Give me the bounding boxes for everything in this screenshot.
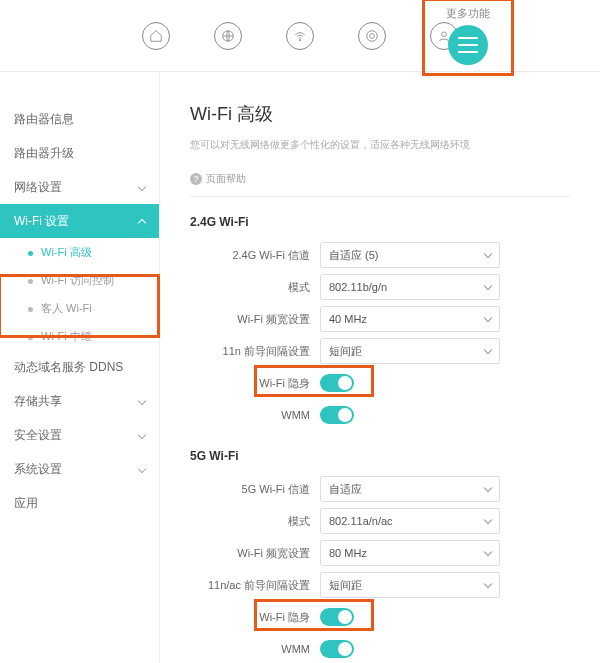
chevron-down-icon <box>484 515 492 523</box>
select-value: 短间距 <box>329 578 362 593</box>
toggle-knob <box>338 376 352 390</box>
sidebar-item-label: 系统设置 <box>14 452 62 486</box>
select-24g-bw[interactable]: 40 MHz <box>320 306 500 332</box>
select-24g-channel[interactable]: 自适应 (5) <box>320 242 500 268</box>
sidebar-item-network-settings[interactable]: 网络设置 <box>14 170 159 204</box>
select-value: 自适应 (5) <box>329 248 379 263</box>
sidebar-item-label: 路由器升级 <box>14 136 74 170</box>
sidebar-item-label: Wi-Fi 设置 <box>14 204 69 238</box>
bullet-icon <box>28 335 33 340</box>
bullet-icon <box>28 279 33 284</box>
row-5g-roaming: Wi-Fi 隐身 <box>190 601 570 633</box>
page-subtitle: 您可以对无线网络做更多个性化的设置，适应各种无线网络环境 <box>190 138 570 152</box>
chevron-down-icon <box>138 183 146 191</box>
main-panel: Wi-Fi 高级 您可以对无线网络做更多个性化的设置，适应各种无线网络环境 ? … <box>160 72 600 663</box>
label-5g-mode: 模式 <box>190 514 320 529</box>
toggle-24g-wmm[interactable] <box>320 406 354 424</box>
select-value: 80 MHz <box>329 547 367 559</box>
label-24g-channel: 2.4G Wi-Fi 信道 <box>190 248 320 263</box>
home-icon <box>149 29 163 43</box>
svg-point-2 <box>367 30 378 41</box>
nav-more-button[interactable] <box>448 25 488 65</box>
chevron-down-icon <box>484 547 492 555</box>
sidebar-item-guest-wifi[interactable]: 客人 Wi-Fi <box>14 294 159 322</box>
svg-point-3 <box>370 33 375 38</box>
sidebar-item-label: 客人 Wi-Fi <box>41 302 92 314</box>
toggle-knob <box>338 642 352 656</box>
nav-more-wrap: 更多功能 <box>428 0 508 71</box>
toggle-5g-wmm[interactable] <box>320 640 354 658</box>
select-5g-gi[interactable]: 短间距 <box>320 572 500 598</box>
sidebar-item-label: 路由器信息 <box>14 102 74 136</box>
sidebar-item-wifi-advanced[interactable]: Wi-Fi 高级 <box>14 238 159 266</box>
nav-home[interactable] <box>142 22 170 50</box>
select-5g-mode[interactable]: 802.11a/n/ac <box>320 508 500 534</box>
label-5g-gi: 11n/ac 前导间隔设置 <box>190 578 320 593</box>
select-value: 802.11b/g/n <box>329 281 387 293</box>
chevron-up-icon <box>138 218 146 226</box>
hamburger-line <box>458 44 478 46</box>
label-5g-bw: Wi-Fi 频宽设置 <box>190 546 320 561</box>
select-5g-channel[interactable]: 自适应 <box>320 476 500 502</box>
sidebar-item-ddns[interactable]: 动态域名服务 DDNS <box>14 350 159 384</box>
sidebar-item-label: 安全设置 <box>14 418 62 452</box>
page-title: Wi-Fi 高级 <box>190 102 570 126</box>
label-24g-roaming: Wi-Fi 隐身 <box>190 376 320 391</box>
chevron-down-icon <box>138 465 146 473</box>
sidebar-item-security[interactable]: 安全设置 <box>14 418 159 452</box>
chevron-down-icon <box>484 579 492 587</box>
sidebar-item-app[interactable]: 应用 <box>14 486 159 520</box>
sidebar-item-wifi-access-control[interactable]: Wi-Fi 访问控制 <box>14 266 159 294</box>
label-24g-bw: Wi-Fi 频宽设置 <box>190 312 320 327</box>
select-value: 40 MHz <box>329 313 367 325</box>
row-24g-roaming: Wi-Fi 隐身 <box>190 367 570 399</box>
globe-icon <box>221 29 235 43</box>
top-nav: 更多功能 <box>0 0 600 72</box>
bullet-icon <box>28 307 33 312</box>
label-5g-roaming: Wi-Fi 隐身 <box>190 610 320 625</box>
sidebar: 路由器信息 路由器升级 网络设置 Wi-Fi 设置 Wi-Fi 高级 Wi-Fi… <box>0 72 160 663</box>
sidebar-item-system[interactable]: 系统设置 <box>14 452 159 486</box>
hamburger-line <box>458 51 478 53</box>
help-label: 页面帮助 <box>206 172 246 186</box>
page-help-link[interactable]: ? 页面帮助 <box>190 172 570 197</box>
section-title-24g: 2.4G Wi-Fi <box>190 215 570 229</box>
sidebar-item-wifi-settings[interactable]: Wi-Fi 设置 <box>0 204 159 238</box>
sidebar-item-label: 网络设置 <box>14 170 62 204</box>
section-title-5g: 5G Wi-Fi <box>190 449 570 463</box>
help-icon: ? <box>190 173 202 185</box>
nav-wifi[interactable] <box>286 22 314 50</box>
row-5g-wmm: WMM <box>190 633 570 663</box>
select-value: 自适应 <box>329 482 362 497</box>
label-5g-channel: 5G Wi-Fi 信道 <box>190 482 320 497</box>
label-24g-mode: 模式 <box>190 280 320 295</box>
row-5g-mode: 模式 802.11a/n/ac <box>190 505 570 537</box>
wifi-icon <box>293 29 307 43</box>
select-5g-bw[interactable]: 80 MHz <box>320 540 500 566</box>
toggle-5g-roaming[interactable] <box>320 608 354 626</box>
nav-more-label: 更多功能 <box>428 0 508 21</box>
row-24g-mode: 模式 802.11b/g/n <box>190 271 570 303</box>
select-24g-gi[interactable]: 短间距 <box>320 338 500 364</box>
nav-devices[interactable] <box>358 22 386 50</box>
devices-icon <box>365 29 379 43</box>
sidebar-item-router-info[interactable]: 路由器信息 <box>14 102 159 136</box>
sidebar-item-storage[interactable]: 存储共享 <box>14 384 159 418</box>
nav-globe[interactable] <box>214 22 242 50</box>
sidebar-item-router-upgrade[interactable]: 路由器升级 <box>14 136 159 170</box>
svg-point-1 <box>299 39 300 40</box>
toggle-24g-roaming[interactable] <box>320 374 354 392</box>
row-5g-bw: Wi-Fi 频宽设置 80 MHz <box>190 537 570 569</box>
sidebar-item-label: 存储共享 <box>14 384 62 418</box>
chevron-down-icon <box>484 281 492 289</box>
chevron-down-icon <box>484 483 492 491</box>
select-24g-mode[interactable]: 802.11b/g/n <box>320 274 500 300</box>
row-24g-wmm: WMM <box>190 399 570 431</box>
sidebar-item-label: Wi-Fi 访问控制 <box>41 274 114 286</box>
chevron-down-icon <box>138 397 146 405</box>
sidebar-item-label: Wi-Fi 高级 <box>41 246 92 258</box>
label-24g-wmm: WMM <box>190 409 320 421</box>
sidebar-item-wifi-repeater[interactable]: Wi-Fi 中继 <box>14 322 159 350</box>
chevron-down-icon <box>484 313 492 321</box>
row-5g-gi: 11n/ac 前导间隔设置 短间距 <box>190 569 570 601</box>
